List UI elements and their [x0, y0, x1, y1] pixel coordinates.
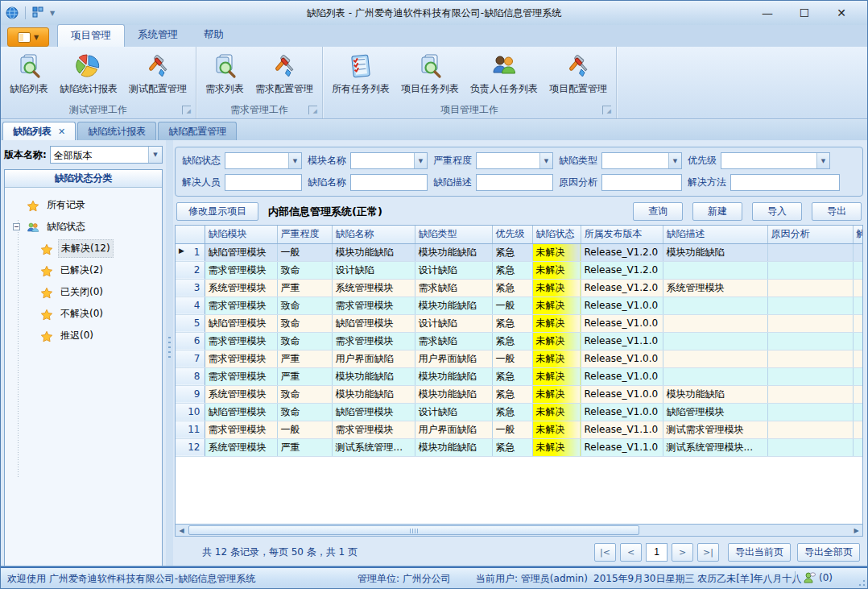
filter-defect-status[interactable]: ▼ — [225, 152, 302, 169]
table-row[interactable]: 6需求管理模块致命需求管理模块需求缺陷紧急未解决Release_V1.1.0 — [176, 332, 862, 350]
quick-access-layout-icon[interactable] — [32, 6, 45, 19]
last-page-button[interactable]: >| — [697, 543, 719, 562]
table-row[interactable]: 9系统管理模块致命模块功能缺陷模块功能缺陷紧急未解决Release_V1.0.0… — [176, 385, 862, 403]
online-users-icon[interactable] — [803, 571, 816, 584]
dropdown-icon[interactable]: ▼ — [539, 153, 552, 168]
tree-item-closed[interactable]: 已关闭(0) — [13, 281, 162, 303]
filter-defect-type-input[interactable] — [602, 153, 668, 168]
column-header-6[interactable]: 所属发布版本 — [581, 226, 663, 243]
doctab-defect-stats-report[interactable]: 缺陷统计报表 — [77, 122, 156, 140]
export-all-pages-button[interactable]: 导出全部页 — [797, 543, 860, 562]
dropdown-icon[interactable]: ▼ — [816, 153, 829, 168]
tree-item-postponed[interactable]: 推迟(0) — [13, 325, 162, 346]
first-page-button[interactable]: |< — [594, 543, 616, 562]
resize-grip-icon[interactable] — [856, 577, 866, 587]
table-row[interactable]: 4需求管理模块致命需求管理模块模块功能缺陷一般未解决Release_V1.0.0 — [176, 297, 862, 314]
tree-item-defect-status[interactable]: 缺陷状态 — [13, 216, 162, 238]
requirement-list-button[interactable]: 需求列表 — [201, 50, 248, 98]
filter-severity[interactable]: ▼ — [476, 152, 553, 169]
close-tab-icon[interactable]: ✕ — [58, 127, 65, 137]
filter-module-name-input[interactable] — [351, 153, 414, 168]
minimize-button[interactable]: — — [754, 4, 780, 22]
owner-tasks-list-button[interactable]: 负责人任务列表 — [466, 50, 542, 98]
tab-system-mgmt[interactable]: 系统管理 — [125, 24, 191, 47]
maximize-button[interactable]: ☐ — [792, 4, 817, 22]
prev-page-button[interactable]: < — [620, 543, 642, 562]
filter-severity-input[interactable] — [477, 153, 539, 168]
column-header-9[interactable]: 解决 — [853, 226, 862, 243]
all-tasks-list-button[interactable]: 所有任务列表 — [328, 50, 394, 98]
next-page-button[interactable]: > — [672, 543, 693, 562]
tree-item-all-records[interactable]: 所有记录 — [13, 194, 162, 216]
filter-cause-analysis[interactable] — [601, 174, 682, 191]
export-button[interactable]: 导出 — [812, 202, 862, 221]
table-row[interactable]: ▶1缺陷管理模块一般模块功能缺陷模块功能缺陷紧急未解决Release_V1.2.… — [176, 243, 862, 261]
table-row[interactable]: 2需求管理模块致命设计缺陷设计缺陷紧急未解决Release_V1.2.0 — [176, 261, 862, 279]
filter-defect-type[interactable]: ▼ — [601, 152, 682, 169]
filter-resolver[interactable] — [225, 174, 302, 191]
table-row[interactable]: 10缺陷管理模块致命缺陷管理模块设计缺陷紧急未解决Release_V1.0.0缺… — [176, 403, 862, 421]
filter-priority[interactable]: ▼ — [721, 152, 830, 169]
dialog-launcher-icon[interactable]: ◢ — [308, 106, 317, 114]
dropdown-icon[interactable]: ▼ — [668, 153, 681, 168]
column-header-0[interactable]: 缺陷模块 — [205, 226, 277, 243]
column-header-8[interactable]: 原因分析 — [767, 226, 853, 243]
new-button[interactable]: 新建 — [692, 202, 742, 221]
table-row[interactable]: 8需求管理模块严重模块功能缺陷模块功能缺陷紧急未解决Release_V1.0.0 — [176, 367, 862, 385]
column-header-2[interactable]: 缺陷名称 — [332, 226, 415, 243]
page-number-input[interactable] — [646, 543, 668, 562]
project-config-mgmt-button[interactable]: 项目配置管理 — [545, 50, 611, 98]
filter-defect-desc[interactable] — [476, 174, 553, 191]
filter-cause-analysis-input[interactable] — [602, 175, 681, 190]
project-tasks-list-button[interactable]: 项目任务列表 — [397, 50, 463, 98]
test-config-mgmt-button[interactable]: 测试配置管理 — [125, 50, 191, 98]
import-button[interactable]: 导入 — [752, 202, 802, 221]
doctab-defect-config-mgmt[interactable]: 缺陷配置管理 — [158, 122, 237, 140]
filter-defect-name-input[interactable] — [351, 175, 427, 190]
table-row[interactable]: 11需求管理模块一般需求管理模块用户界面缺陷一般未解决Release_V1.1.… — [176, 421, 862, 438]
dropdown-icon[interactable]: ▼ — [414, 153, 427, 168]
filter-defect-desc-input[interactable] — [477, 175, 552, 190]
column-header-4[interactable]: 优先级 — [492, 226, 532, 243]
query-button[interactable]: 查询 — [633, 202, 683, 221]
filter-module-name[interactable]: ▼ — [350, 152, 428, 169]
horizontal-scrollbar[interactable]: ◀ ▶ — [176, 524, 862, 536]
tree-item-resolved[interactable]: 已解决(2) — [13, 259, 162, 281]
export-current-page-button[interactable]: 导出当前页 — [728, 543, 791, 562]
sidebar-splitter[interactable] — [166, 140, 173, 567]
application-menu-button[interactable]: ▼ — [7, 27, 49, 47]
defect-stats-report-button[interactable]: 缺陷统计报表 — [56, 50, 122, 98]
table-row[interactable]: 3系统管理模块严重系统管理模块需求缺陷紧急未解决Release_V1.2.0系统… — [176, 279, 862, 297]
collapse-box-icon[interactable] — [13, 223, 20, 230]
scroll-left-icon[interactable]: ◀ — [176, 525, 188, 536]
filter-solution[interactable] — [730, 174, 840, 191]
column-header-5[interactable]: 缺陷状态 — [532, 226, 581, 243]
tree-item-wontfix[interactable]: 不解决(0) — [13, 303, 162, 325]
filter-resolver-input[interactable] — [225, 175, 301, 190]
tree-item-unresolved[interactable]: 未解决(12) — [13, 238, 162, 259]
version-dropdown-icon[interactable]: ▼ — [148, 147, 162, 163]
column-header-7[interactable]: 缺陷描述 — [663, 226, 767, 243]
doctab-defect-list[interactable]: 缺陷列表✕ — [2, 122, 76, 140]
filter-defect-name[interactable] — [350, 174, 428, 191]
filter-priority-input[interactable] — [721, 153, 816, 168]
version-combobox[interactable]: 全部版本 ▼ — [50, 146, 163, 164]
defect-list-button[interactable]: 缺陷列表 — [6, 50, 52, 98]
tab-project-mgmt[interactable]: 项目管理 — [57, 24, 125, 47]
requirement-config-mgmt-button[interactable]: 需求配置管理 — [251, 50, 317, 98]
dialog-launcher-icon[interactable]: ◢ — [182, 106, 191, 114]
dialog-launcher-icon[interactable]: ◢ — [602, 106, 611, 114]
table-row[interactable]: 12系统管理模块严重测试系统管理...模块功能缺陷紧急未解决Release_V1… — [176, 438, 862, 456]
scroll-right-icon[interactable]: ▶ — [850, 525, 862, 536]
quick-access-dropdown-icon[interactable]: ▼ — [50, 10, 55, 17]
table-row[interactable]: 5缺陷管理模块致命缺陷管理模块设计缺陷紧急未解决Release_V1.0.0 — [176, 314, 862, 332]
filter-solution-input[interactable] — [731, 175, 839, 190]
filter-defect-status-input[interactable] — [225, 153, 288, 168]
column-header-3[interactable]: 缺陷类型 — [415, 226, 492, 243]
dropdown-icon[interactable]: ▼ — [288, 153, 301, 168]
close-button[interactable]: ✕ — [829, 4, 854, 22]
table-row[interactable]: 7需求管理模块严重用户界面缺陷用户界面缺陷一般未解决Release_V1.0.0 — [176, 350, 862, 367]
column-header-1[interactable]: 严重程度 — [277, 226, 332, 243]
scrollbar-thumb[interactable] — [188, 525, 639, 535]
tab-help[interactable]: 帮助 — [191, 24, 237, 47]
